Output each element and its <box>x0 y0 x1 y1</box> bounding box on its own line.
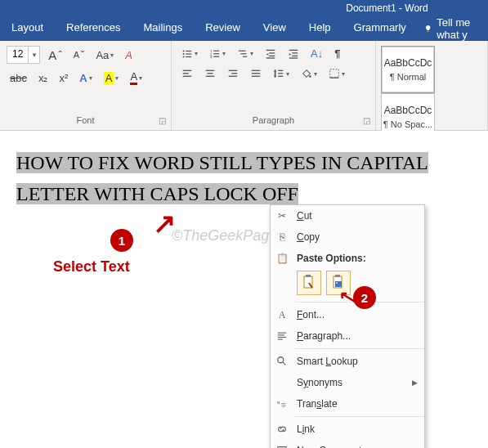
paragraph-group: ▾ 123▾ ▾ A↓ ¶ ▾ ▾ ▾ Paragraph ◲ <box>172 41 376 130</box>
chevron-down-icon: ▼ <box>28 47 39 63</box>
ribbon-tabs: Layout References Mailings Review View H… <box>0 16 488 41</box>
shading-button[interactable]: ▾ <box>298 66 320 81</box>
line-spacing-icon <box>273 68 284 79</box>
menu-copy[interactable]: ⎘ Copy <box>271 226 424 248</box>
svg-rect-11 <box>213 56 219 56</box>
paint-bucket-icon <box>301 68 312 79</box>
clear-formatting-button[interactable]: A <box>122 47 136 63</box>
comment-icon <box>274 445 290 448</box>
decrease-indent-button[interactable] <box>262 47 280 61</box>
svg-point-0 <box>183 50 185 52</box>
svg-rect-46 <box>335 275 340 277</box>
svg-rect-41 <box>330 69 339 78</box>
superscript-button[interactable]: x² <box>56 70 71 86</box>
subscript-button[interactable]: x₂ <box>35 70 51 86</box>
align-center-icon <box>204 68 216 79</box>
svg-rect-18 <box>269 55 275 56</box>
svg-rect-27 <box>183 76 192 77</box>
justify-button[interactable] <box>247 66 265 81</box>
multilevel-list-button[interactable]: ▾ <box>234 47 257 61</box>
strikethrough-button[interactable]: abc <box>7 70 30 86</box>
svg-rect-25 <box>183 70 192 71</box>
menu-separator <box>295 348 424 349</box>
svg-rect-49 <box>278 333 287 334</box>
dialog-launcher-icon[interactable]: ◲ <box>159 116 166 125</box>
decrease-font-button[interactable]: Aˇ <box>70 47 88 63</box>
show-marks-button[interactable]: ¶ <box>331 46 343 61</box>
svg-rect-19 <box>266 57 275 58</box>
svg-rect-34 <box>252 70 261 71</box>
selected-text[interactable]: HOW TO FIX WORD STILL TYPES IN CAPITAL L… <box>16 152 428 204</box>
svg-rect-38 <box>278 73 283 74</box>
bullets-button[interactable]: ▾ <box>178 47 201 61</box>
clipboard-picture-icon <box>331 275 346 291</box>
borders-icon <box>329 68 340 79</box>
svg-text:a: a <box>277 399 280 405</box>
lightbulb-icon <box>424 23 432 34</box>
align-left-button[interactable] <box>178 66 196 81</box>
svg-point-48 <box>336 282 338 284</box>
svg-rect-50 <box>278 334 284 335</box>
annotation-step1-label: Select Text <box>53 258 130 276</box>
increase-font-button[interactable]: Aˆ <box>45 47 65 64</box>
borders-button[interactable]: ▾ <box>325 66 348 81</box>
tab-layout[interactable]: Layout <box>0 16 55 41</box>
document-title: Document1 - Word <box>346 2 428 14</box>
numbering-button[interactable]: 123▾ <box>206 47 229 61</box>
menu-separator <box>295 416 424 417</box>
change-case-button[interactable]: Aa▾ <box>92 47 117 63</box>
tab-help[interactable]: Help <box>298 16 342 41</box>
tell-me-search[interactable]: Tell me what y <box>418 16 488 41</box>
svg-rect-13 <box>240 53 246 54</box>
svg-rect-29 <box>208 73 213 74</box>
font-color-button[interactable]: A▾ <box>127 69 146 87</box>
paste-keep-formatting[interactable] <box>297 271 321 295</box>
svg-rect-20 <box>289 49 298 50</box>
menu-translate[interactable]: a字 Translate <box>271 393 424 414</box>
menu-new-comment[interactable]: New Comment <box>271 440 424 448</box>
menu-paragraph[interactable]: Paragraph... <box>271 325 424 347</box>
svg-point-40 <box>309 75 311 78</box>
align-right-button[interactable] <box>224 66 242 81</box>
annotation-step1-circle: 1 <box>110 229 133 252</box>
tab-grammarly[interactable]: Grammarly <box>342 16 418 41</box>
menu-smart-lookup[interactable]: Smart Lookup <box>271 351 424 372</box>
line-spacing-button[interactable]: ▾ <box>270 66 293 81</box>
styles-group: AaBbCcDc ¶ Normal AaBbCcDc ¶ No Spac... <box>376 41 488 130</box>
align-center-button[interactable] <box>201 66 219 81</box>
title-bar: Document1 - Word <box>0 0 488 16</box>
highlight-button[interactable]: A▾ <box>101 70 123 86</box>
svg-line-54 <box>283 362 286 365</box>
align-left-icon <box>181 68 193 79</box>
svg-rect-36 <box>252 76 261 77</box>
tab-mailings[interactable]: Mailings <box>132 16 195 41</box>
svg-rect-39 <box>278 76 283 77</box>
tell-me-label: Tell me what y <box>437 16 481 41</box>
svg-rect-16 <box>269 52 275 53</box>
sort-button[interactable]: A↓ <box>307 46 326 61</box>
svg-text:3: 3 <box>210 55 213 59</box>
svg-rect-35 <box>252 73 261 74</box>
increase-indent-button[interactable] <box>284 47 302 61</box>
annotation-arrow: ↗ <box>153 209 176 237</box>
paragraph-lines-icon <box>274 330 290 342</box>
menu-link[interactable]: Link <box>271 419 424 440</box>
text-effects-button[interactable]: A▾ <box>76 70 95 86</box>
menu-font[interactable]: A Font... <box>271 304 424 325</box>
clipboard-paintbrush-icon <box>302 275 316 291</box>
tab-review[interactable]: Review <box>194 16 252 41</box>
dialog-launcher-icon[interactable]: ◲ <box>363 116 370 125</box>
tab-view[interactable]: View <box>252 16 298 41</box>
tab-references[interactable]: References <box>55 16 132 41</box>
font-size-selector[interactable]: 12 ▼ <box>7 46 40 64</box>
svg-marker-17 <box>266 53 269 56</box>
context-menu: ✂ Cut ⎘ Copy 📋 Paste Options: A Font... … <box>270 204 425 448</box>
menu-synonyms[interactable]: Synonyms ▶ <box>271 372 424 393</box>
menu-paste-options-heading: 📋 Paste Options: <box>271 248 424 269</box>
svg-rect-24 <box>289 57 298 58</box>
svg-rect-37 <box>278 70 283 71</box>
style-normal[interactable]: AaBbCcDc ¶ Normal <box>381 46 435 93</box>
menu-cut[interactable]: ✂ Cut <box>271 205 424 226</box>
chevron-right-icon: ▶ <box>412 379 418 387</box>
svg-marker-22 <box>289 53 292 56</box>
